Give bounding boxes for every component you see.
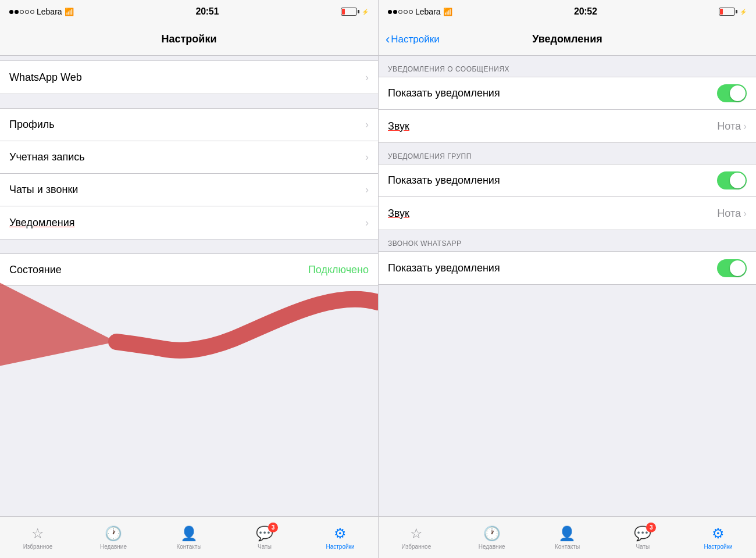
- spacer-1: [0, 94, 378, 108]
- toggle-grp-show[interactable]: [717, 171, 747, 189]
- signal-dots: [9, 10, 34, 14]
- carrier-label: Lebara: [37, 7, 62, 16]
- signal-dot-2: [15, 10, 19, 14]
- tab-r-settings[interactable]: ⚙ Настройки: [680, 525, 756, 550]
- battery-icon-right: [719, 8, 735, 16]
- clock-icon-r: 🕐: [483, 525, 501, 542]
- signal-dot-1: [9, 10, 13, 14]
- wifi-icon: 📶: [65, 8, 74, 16]
- list-item-chats[interactable]: Чаты и звонки ›: [0, 174, 378, 206]
- chat-icon: 💬 3: [256, 525, 273, 542]
- status-left: Lebara 📶: [9, 7, 74, 16]
- back-button[interactable]: ‹ Настройки: [386, 33, 440, 46]
- toggle-knob-call-show: [730, 260, 746, 276]
- chevron-icon-profile: ›: [365, 119, 369, 131]
- status-right-left: Lebara 📶: [388, 7, 452, 16]
- left-screen: Lebara 📶 20:51 ⚡ Настройки WhatsApp Web …: [0, 0, 378, 558]
- item-label-profile: Профиль: [9, 119, 55, 131]
- chat-icon-r: 💬 3: [634, 525, 651, 542]
- nota-row-msg: Нота ›: [717, 120, 747, 133]
- list-item-grp-show[interactable]: Показать уведомления: [379, 164, 756, 197]
- carrier-label-right: Lebara: [415, 7, 441, 16]
- item-label-account: Учетная запись: [9, 151, 85, 163]
- chevron-msg-sound: ›: [743, 120, 747, 133]
- tab-label-r-chats: Чаты: [636, 543, 650, 550]
- signal-dot-r5: [409, 10, 413, 14]
- list-item-notifications[interactable]: Уведомления ›: [0, 206, 378, 239]
- toggle-knob-grp-show: [730, 173, 746, 188]
- toggle-knob-msg-show: [730, 85, 746, 101]
- charging-icon-right: ⚡: [740, 9, 747, 15]
- item-label-grp-show: Показать уведомления: [388, 174, 500, 187]
- toggle-msg-show[interactable]: [717, 84, 747, 102]
- list-item-profile[interactable]: Профиль ›: [0, 109, 378, 141]
- grp-sound-value: Нота: [717, 208, 741, 220]
- tab-recents[interactable]: 🕐 Недавние: [76, 525, 151, 550]
- status-bar-right: Lebara 📶 20:52 ⚡: [379, 0, 756, 23]
- signal-dots-r: [388, 10, 413, 14]
- tab-label-r-recents: Недавние: [479, 543, 505, 550]
- toggle-call-show[interactable]: [717, 259, 747, 277]
- tab-chats[interactable]: 💬 3 Чаты: [227, 525, 302, 550]
- status-value: Подключено: [308, 264, 369, 276]
- tab-label-r-favorites: Избранное: [402, 543, 432, 550]
- right-screen: Lebara 📶 20:52 ⚡ ‹ Настройки Уведомления…: [378, 0, 756, 558]
- charging-icon: ⚡: [362, 9, 369, 15]
- tab-favorites[interactable]: ☆ Избранное: [0, 525, 76, 550]
- tab-settings[interactable]: ⚙ Настройки: [302, 525, 378, 550]
- list-group-2: Профиль › Учетная запись › Чаты и звонки…: [0, 108, 378, 239]
- tab-r-recents[interactable]: 🕐 Недавние: [454, 525, 530, 550]
- status-right: ⚡: [341, 8, 369, 16]
- chat-badge-r: 3: [646, 523, 656, 532]
- tab-r-chats[interactable]: 💬 3 Чаты: [605, 525, 680, 550]
- item-label-grp-sound: Звук: [388, 208, 409, 220]
- status-bar-left: Lebara 📶 20:51 ⚡: [0, 0, 378, 23]
- signal-dot-4: [25, 10, 29, 14]
- nav-bar-left: Настройки: [0, 23, 378, 56]
- chevron-icon-whatsapp-web: ›: [365, 71, 369, 84]
- battery-fill: [342, 9, 345, 15]
- signal-dot-r3: [398, 10, 402, 14]
- page-title-right: Уведомления: [532, 33, 602, 45]
- nav-bar-right: ‹ Настройки Уведомления: [379, 23, 756, 56]
- content-right: УВЕДОМЛЕНИЯ О СООБЩЕНИЯХ Показать уведом…: [379, 56, 756, 516]
- section-header-messages: УВЕДОМЛЕНИЯ О СООБЩЕНИЯХ: [379, 56, 756, 77]
- status-right-right: ⚡: [719, 8, 747, 16]
- page-title-left: Настройки: [162, 33, 217, 45]
- tab-r-contacts[interactable]: 👤 Контакты: [530, 525, 605, 550]
- section-header-groups: УВЕДОМЛЕНИЯ ГРУПП: [379, 143, 756, 164]
- signal-dot-r4: [404, 10, 408, 14]
- star-icon-r: ☆: [410, 525, 423, 542]
- signal-dot-5: [30, 10, 34, 14]
- list-group-messages: Показать уведомления Звук Нота ›: [379, 77, 756, 143]
- item-label-whatsapp-web: WhatsApp Web: [9, 71, 82, 84]
- list-item-msg-show[interactable]: Показать уведомления: [379, 77, 756, 110]
- list-item-account[interactable]: Учетная запись ›: [0, 141, 378, 174]
- tab-contacts[interactable]: 👤 Контакты: [151, 525, 227, 550]
- tab-r-favorites[interactable]: ☆ Избранное: [379, 525, 454, 550]
- item-label-chats: Чаты и звонки: [9, 184, 78, 196]
- nota-row-grp: Нота ›: [717, 208, 747, 220]
- item-label-msg-show: Показать уведомления: [388, 87, 500, 99]
- gear-icon: ⚙: [334, 525, 347, 542]
- msg-sound-value: Нота: [717, 120, 741, 133]
- wifi-icon-right: 📶: [443, 8, 452, 16]
- tab-bar-left: ☆ Избранное 🕐 Недавние 👤 Контакты 💬 3 Ча…: [0, 516, 378, 558]
- list-item-whatsapp-web[interactable]: WhatsApp Web ›: [0, 61, 378, 94]
- chevron-icon-notifications: ›: [365, 217, 369, 229]
- item-label-msg-sound: Звук: [388, 120, 409, 133]
- tab-label-settings: Настройки: [326, 543, 354, 550]
- spacer-2: [0, 239, 378, 253]
- list-item-msg-sound[interactable]: Звук Нота ›: [379, 110, 756, 142]
- time-left: 20:51: [196, 6, 219, 17]
- tab-label-chats: Чаты: [258, 543, 272, 550]
- list-item-grp-sound[interactable]: Звук Нота ›: [379, 197, 756, 230]
- time-right: 20:52: [574, 6, 597, 17]
- section-header-calls: ЗВОНОК WHATSAPP: [379, 230, 756, 251]
- clock-icon: 🕐: [105, 525, 122, 542]
- chevron-icon-chats: ›: [365, 184, 369, 196]
- list-group-groups: Показать уведомления Звук Нота ›: [379, 164, 756, 230]
- list-group-1: WhatsApp Web ›: [0, 60, 378, 94]
- item-label-notifications: Уведомления: [9, 217, 75, 229]
- list-item-call-show[interactable]: Показать уведомления: [379, 252, 756, 284]
